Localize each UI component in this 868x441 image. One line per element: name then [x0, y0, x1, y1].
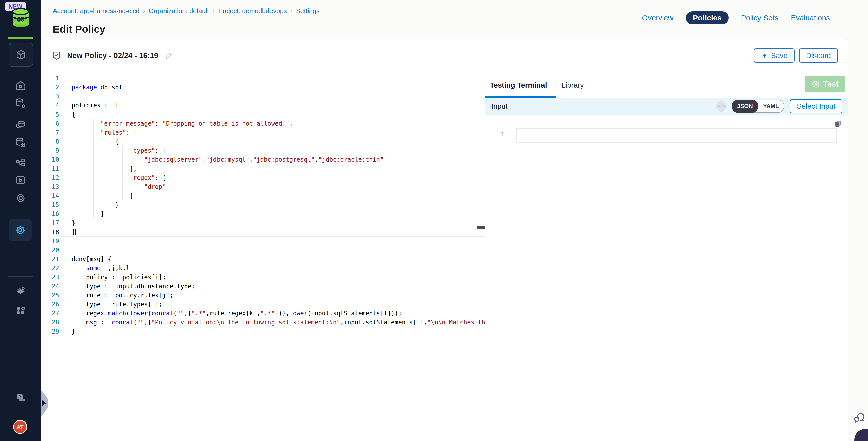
indent-guide [115, 191, 115, 200]
policy-code-editor[interactable]: 12package db_sql34policies := [5{6 "erro… [41, 73, 485, 441]
sidebar-item-database-settings[interactable] [14, 97, 27, 110]
format-option-json[interactable]: JSON [732, 100, 758, 113]
code-line-content: deny[msg] { [71, 255, 485, 264]
policy-editor-card: New Policy - 02/24 - 16:19 Save Discard … [41, 38, 848, 441]
code-line-content: } [71, 200, 485, 210]
sidebar-item-database-instances[interactable] [14, 136, 27, 149]
indent-guide [93, 155, 94, 164]
svg-text:?: ? [19, 395, 21, 399]
sidebar-item-layers-settings[interactable] [14, 284, 27, 297]
indent-guide [93, 191, 94, 200]
indent-guide [137, 155, 137, 164]
save-button[interactable]: Save [754, 49, 795, 63]
code-line-content [71, 246, 485, 255]
database-settings-icon [14, 97, 27, 109]
nav-tab-evaluations[interactable]: Evaluations [791, 13, 830, 22]
nav-tab-policies[interactable]: Policies [686, 11, 728, 24]
svg-text:∞: ∞ [16, 12, 25, 25]
indent-guide [79, 146, 79, 155]
indent-guide [122, 146, 123, 155]
module-selector[interactable] [8, 43, 33, 67]
indent-guide [122, 155, 123, 164]
sidebar: NEW ∞ [0, 0, 41, 441]
support-chat-button[interactable] [852, 410, 867, 425]
indent-guide [115, 182, 115, 191]
indent-guide [93, 128, 94, 137]
format-option-yaml[interactable]: YAML [758, 100, 784, 112]
sidebar-item-project-settings-active[interactable] [8, 219, 32, 241]
code-line: 26 type = rule.types[_]; [41, 300, 485, 309]
db-devops-logo[interactable]: ∞ [10, 7, 31, 29]
indent-guide [79, 173, 79, 182]
line-number: 4 [41, 101, 59, 110]
nav-tab-policy-sets[interactable]: Policy Sets [741, 13, 778, 22]
code-line: 13 "drop" [41, 182, 485, 191]
code-line-content: "jdbc:sqlserver","jdbc:mysql","jdbc:post… [71, 155, 485, 164]
user-avatar[interactable]: AT [13, 420, 27, 434]
indent-guide [79, 191, 79, 200]
sidebar-divider [7, 355, 33, 355]
code-line-content [71, 92, 485, 101]
line-number: 24 [41, 282, 59, 291]
play-circle-icon [811, 80, 820, 88]
code-line-content: policy := policies[i]; [71, 273, 485, 282]
nav-tab-overview[interactable]: Overview [642, 13, 673, 22]
line-number: 12 [41, 173, 59, 182]
code-line-content: "regex": [ [71, 173, 485, 182]
indent-guide [108, 173, 108, 182]
code-line-content: policies := [ [71, 101, 485, 110]
policy-name: New Policy - 02/24 - 16:19 [67, 51, 158, 60]
copy-button[interactable] [834, 120, 842, 128]
policy-card-header: New Policy - 02/24 - 16:19 Save Discard [41, 38, 848, 73]
code-line-content: "types": [ [71, 146, 485, 155]
line-number: 28 [41, 318, 59, 327]
code-line-content: } [71, 219, 485, 227]
code-line: 11 ], [41, 164, 485, 173]
indent-guide [122, 182, 123, 191]
line-number: 9 [41, 146, 59, 155]
sidebar-item-org-settings[interactable] [14, 304, 27, 317]
discard-button[interactable]: Discard [799, 49, 838, 63]
panel-tab-library[interactable]: Library [562, 81, 584, 89]
code-line: 17} [41, 219, 485, 227]
breadcrumb-link[interactable]: Organization: default [149, 7, 209, 15]
active-tab-underline [485, 96, 556, 98]
code-format-icon: </> [715, 99, 728, 113]
line-number: 7 [41, 128, 59, 137]
edit-policy-name-button[interactable] [165, 52, 173, 60]
chat-bubbles-icon [852, 410, 867, 424]
code-line-content: rule := policy.rules[j]; [71, 291, 485, 300]
input-current-line[interactable] [516, 128, 837, 143]
code-line: 1 [41, 74, 485, 83]
select-input-button[interactable]: Select Input [790, 99, 842, 113]
indent-guide [79, 119, 79, 128]
indent-guide [122, 164, 123, 173]
sidebar-item-help-chat[interactable]: ? [14, 391, 27, 404]
line-number: 21 [41, 255, 59, 264]
sidebar-item-database-stack[interactable] [14, 119, 27, 132]
sidebar-item-data-tree[interactable] [14, 156, 27, 169]
line-number: 11 [41, 164, 59, 173]
breadcrumb-link[interactable]: Settings [296, 7, 320, 15]
code-line-content: { [71, 110, 485, 119]
code-line: 7 "rules": [ [41, 128, 485, 137]
project-settings-icon-active [14, 224, 26, 236]
home-icon [14, 80, 27, 91]
play-video-icon [14, 174, 27, 186]
test-button[interactable]: Test [805, 75, 845, 92]
code-line: 14 ] [41, 191, 485, 200]
breadcrumb-link[interactable]: Account: app-harness-ng-cicd [53, 7, 140, 15]
sidebar-item-settings[interactable] [14, 192, 27, 205]
test-input-editor[interactable]: 1 [485, 115, 848, 190]
chat-widget-bubble[interactable] [855, 429, 868, 441]
page-title: Edit Policy [53, 23, 105, 35]
sidebar-item-home[interactable] [14, 79, 27, 92]
upload-arrow-icon [761, 52, 768, 59]
indent-guide [115, 164, 115, 173]
code-line-content: type = rule.types[_]; [71, 300, 485, 309]
panel-tab-testing-terminal[interactable]: Testing Terminal [490, 81, 547, 89]
sidebar-item-playground[interactable] [14, 174, 27, 187]
line-number: 8 [41, 137, 59, 146]
indent-guide [79, 128, 79, 137]
breadcrumb-link[interactable]: Project: demodbdevops [218, 7, 287, 15]
